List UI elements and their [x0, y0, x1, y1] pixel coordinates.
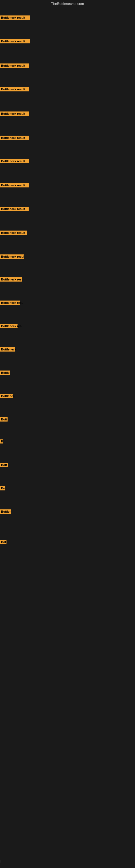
bottleneck-label-17: Bottlenec — [0, 394, 13, 398]
bottom-tick: | — [1, 860, 1, 863]
bottleneck-label-3: Bottleneck result — [0, 63, 29, 68]
bottleneck-label-19: B — [0, 439, 3, 443]
bottleneck-label-18: Bott — [0, 417, 8, 422]
bottleneck-label-5: Bottleneck result — [0, 112, 29, 116]
bottleneck-label-13: Bottleneck resu — [0, 301, 20, 305]
bottleneck-label-14: Bottleneck res — [0, 324, 17, 328]
bottleneck-label-12: Bottleneck resu — [0, 277, 22, 282]
bottleneck-label-8: Bottleneck result — [0, 183, 29, 187]
bottleneck-label-10: Bottleneck result — [0, 230, 27, 235]
bottleneck-label-23: Bot — [0, 540, 6, 544]
bottleneck-label-4: Bottleneck result — [0, 87, 29, 91]
bottleneck-label-7: Bottleneck result — [0, 159, 29, 163]
bottleneck-label-11: Bottleneck resul — [0, 254, 24, 259]
bottleneck-label-1: Bottleneck result — [0, 16, 30, 20]
bottleneck-label-15: Bottleneck — [0, 347, 15, 351]
bottleneck-label-21: Bo — [0, 486, 5, 490]
bottleneck-label-9: Bottleneck result — [0, 207, 29, 211]
site-title: TheBottlenecker.com — [0, 2, 135, 6]
bottleneck-label-2: Bottleneck result — [0, 39, 30, 43]
bottleneck-label-16: Bottle — [0, 371, 10, 375]
bottleneck-label-6: Bottleneck result — [0, 135, 29, 140]
bottleneck-label-20: Bott — [0, 463, 8, 467]
bottleneck-label-22: Bottler — [0, 509, 11, 514]
